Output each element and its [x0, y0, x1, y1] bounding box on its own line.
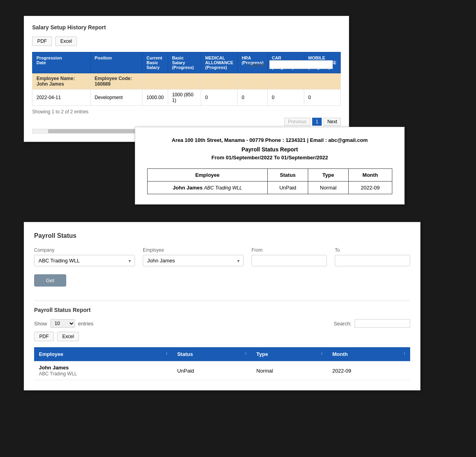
col-basic-progress: Basic Salary(Progress): [168, 52, 201, 73]
panel1-search-area: Search:: [248, 60, 333, 69]
employee-group: Employee John James ▼: [143, 247, 244, 266]
panel3-pdf-button[interactable]: PDF: [34, 332, 54, 341]
page-1-button[interactable]: 1: [312, 118, 322, 126]
showing-entries: Showing 1 to 2 of 2 entries: [32, 109, 341, 115]
print-emp-cell: John James ABC Trading WLL: [148, 182, 268, 194]
print-month-cell: 2022-09: [348, 182, 392, 194]
type-sort-icon[interactable]: ↕: [321, 351, 323, 356]
entries-label: entries: [78, 321, 94, 327]
employee-select[interactable]: John James: [143, 255, 244, 266]
basic-progress-cell: 1000 (850 1): [168, 90, 201, 106]
payroll-status-panel: Payroll Status Company ABC Trading WLL ▼…: [24, 222, 420, 390]
pagination: Previous 1 Next: [32, 118, 341, 126]
main-emp-name: John James: [39, 365, 168, 371]
current-basic-cell: 1000.00: [142, 90, 168, 106]
print-table-row: John James ABC Trading WLL UnPaid Normal…: [148, 182, 392, 194]
table-controls: Show 10 entries Search:: [34, 319, 410, 328]
from-input[interactable]: 2022-09: [251, 255, 327, 266]
panel1-btn-group: PDF Excel: [32, 36, 341, 46]
print-date-range: From 01/September/2022 To 01/September/2…: [147, 155, 392, 161]
print-report-name: Payroll Status Report: [147, 146, 392, 153]
to-label: To: [335, 247, 410, 253]
print-col-status: Status: [267, 169, 308, 182]
table-search-input[interactable]: [355, 319, 410, 328]
medical-cell: 0: [201, 90, 238, 106]
main-col-type: Type ↕: [251, 347, 327, 361]
panel3-title: Payroll Status: [34, 232, 410, 239]
panel1-title: Salary Setup History Report: [32, 24, 341, 31]
date-cell: 2022-04-11: [33, 90, 91, 106]
divider: [34, 300, 410, 301]
print-col-type: Type: [308, 169, 348, 182]
employee-label: Employee: [143, 247, 244, 253]
get-button[interactable]: Get: [34, 274, 66, 287]
hra-cell: 0: [238, 90, 268, 106]
entries-select[interactable]: 10: [50, 319, 75, 328]
main-status-cell: UnPaid: [173, 361, 252, 380]
company-select[interactable]: ABC Trading WLL: [34, 255, 135, 266]
employee-code-cell: Employee Code: 160689: [90, 73, 142, 90]
main-emp-company: ABC Trading WLL: [39, 371, 77, 377]
col-position: Position: [90, 52, 142, 73]
print-col-month: Month: [348, 169, 392, 182]
main-emp-cell: John James ABC Trading WLL: [34, 361, 173, 380]
main-col-month: Month ↕: [328, 347, 410, 361]
employee-header-row: Employee Name: John James Employee Code:…: [33, 73, 341, 90]
panel1-search-label: Search:: [248, 62, 266, 68]
employee-sort-icon[interactable]: ↕: [166, 351, 168, 356]
print-emp-name: John James: [173, 185, 203, 191]
show-label: Show: [34, 321, 47, 327]
main-table-row: John James ABC Trading WLL UnPaid Normal…: [34, 361, 410, 380]
print-status-cell: UnPaid: [267, 182, 308, 194]
print-table: Employee Status Type Month John James AB…: [147, 168, 392, 194]
col-progression-date: ProgressionDate: [33, 52, 91, 73]
print-type-cell: Normal: [308, 182, 348, 194]
main-month-cell: 2022-09: [328, 361, 410, 380]
next-button[interactable]: Next: [324, 118, 341, 126]
print-emp-company: ABC Trading WLL: [204, 185, 242, 191]
employee-name-cell: Employee Name: John James: [33, 73, 91, 90]
panel1-excel-button[interactable]: Excel: [55, 36, 77, 46]
position-cell: Development: [90, 90, 142, 106]
prev-button[interactable]: Previous: [284, 118, 310, 126]
main-type-cell: Normal: [251, 361, 327, 380]
table-row: 2022-04-11 Development 1000.00 1000 (850…: [33, 90, 341, 106]
table-search-label: Search:: [334, 321, 351, 327]
col-medical: MEDICALALLOWANCE(Progress): [201, 52, 238, 73]
panel3-excel-button[interactable]: Excel: [57, 332, 79, 341]
salary-setup-panel: Salary Setup History Report PDF Excel Se…: [24, 16, 349, 142]
to-date-group: To 2022-09: [335, 247, 410, 266]
from-date-group: From 2022-09: [251, 247, 327, 266]
main-col-employee: Employee ↕: [34, 347, 173, 361]
show-entries: Show 10 entries: [34, 319, 94, 328]
company-address: Area 100 10th Street, Manama - 00779 Pho…: [147, 137, 392, 143]
payroll-print-panel: Area 100 10th Street, Manama - 00779 Pho…: [135, 127, 405, 205]
status-sort-icon[interactable]: ↕: [245, 351, 247, 356]
company-label: Company: [34, 247, 135, 253]
from-label: From: [251, 247, 327, 253]
main-table: Employee ↕ Status ↕ Type ↕ Month ↕: [34, 347, 410, 380]
table-search: Search:: [334, 319, 410, 328]
panel1-pdf-button[interactable]: PDF: [32, 36, 52, 46]
company-select-wrapper: ABC Trading WLL ▼: [34, 255, 135, 266]
form-row: Company ABC Trading WLL ▼ Employee John …: [34, 247, 410, 266]
car-cell: 0: [268, 90, 304, 106]
to-input[interactable]: 2022-09: [335, 255, 410, 266]
company-group: Company ABC Trading WLL ▼: [34, 247, 135, 266]
col-current-basic: CurrentBasicSalary: [142, 52, 168, 73]
panel1-search-input[interactable]: [269, 60, 333, 69]
main-col-status: Status ↕: [173, 347, 252, 361]
mobile-cell: 0: [304, 90, 341, 106]
employee-select-wrapper: John James ▼: [143, 255, 244, 266]
print-col-employee: Employee: [148, 169, 268, 182]
panel3-report-subtitle: Payroll Status Report: [34, 307, 410, 313]
panel3-btn-group: PDF Excel: [34, 332, 410, 341]
month-sort-icon[interactable]: ↕: [403, 351, 405, 356]
